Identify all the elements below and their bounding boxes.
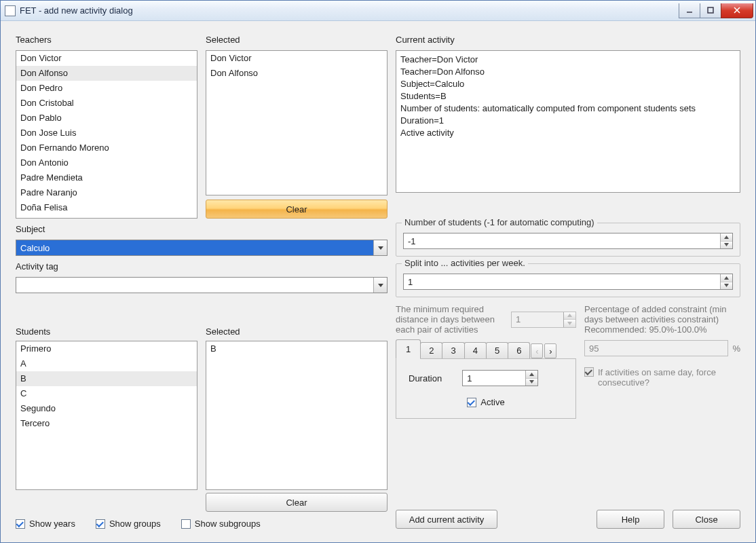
list-item[interactable]: Don Fernando Moreno <box>16 141 197 155</box>
students-area: Students Selected PrimeroABCSegundoTerce… <box>16 325 388 529</box>
split-value: 1 <box>404 277 720 287</box>
svg-marker-6 <box>724 236 729 239</box>
close-button[interactable]: Close <box>673 510 740 529</box>
list-item[interactable]: Don Victor <box>206 51 387 66</box>
svg-marker-4 <box>378 246 383 250</box>
maximize-button[interactable] <box>700 3 721 18</box>
app-icon <box>5 5 16 16</box>
teachers-list[interactable]: Don VictorDon AlfonsoDon PedroDon Cristo… <box>16 50 197 219</box>
svg-marker-9 <box>724 284 729 287</box>
tab-5[interactable]: 5 <box>486 342 508 358</box>
show-years-label: Show years <box>29 519 75 529</box>
help-button[interactable]: Help <box>597 510 664 529</box>
tab-nav-right[interactable]: › <box>544 343 556 358</box>
list-item[interactable]: Don Alfonso <box>16 66 197 81</box>
show-years-checkbox[interactable]: Show years <box>16 519 75 529</box>
tab-6[interactable]: 6 <box>508 342 530 358</box>
list-item[interactable]: Don Jose Luis <box>16 126 197 141</box>
show-groups-checkbox[interactable]: Show groups <box>96 519 161 529</box>
list-item[interactable]: Don Cristobal <box>16 96 197 111</box>
force-consecutive-checkbox: If activities on same day, force consecu… <box>584 367 740 388</box>
clear-teachers-button[interactable]: Clear <box>206 200 388 219</box>
minimize-icon <box>685 6 694 14</box>
list-item[interactable]: Don Victor <box>16 51 197 66</box>
right-column: Number of students (-1 for automatic com… <box>396 223 740 529</box>
list-item[interactable]: B <box>206 341 387 356</box>
chevron-down-icon <box>373 240 387 255</box>
show-groups-label: Show groups <box>109 519 161 529</box>
students-label: Students <box>16 325 197 338</box>
activity-tag-combo[interactable] <box>16 277 388 293</box>
subject-value: Calculo <box>20 243 50 253</box>
list-item[interactable]: Segundo <box>16 401 197 416</box>
duration-spinner[interactable]: 1 <box>462 370 538 386</box>
list-item[interactable]: A <box>16 356 197 371</box>
duration-value: 1 <box>463 373 525 383</box>
teachers-label: Teachers <box>16 33 197 46</box>
list-item[interactable]: Tercero <box>16 416 197 431</box>
tab-4[interactable]: 4 <box>464 342 487 358</box>
close-label: Close <box>695 514 717 525</box>
number-of-students-fieldset: Number of students (-1 for automatic com… <box>396 223 740 257</box>
percentage-value: 95 <box>585 343 727 354</box>
svg-marker-10 <box>567 314 572 317</box>
tab-3[interactable]: 3 <box>442 342 464 358</box>
add-current-activity-button[interactable]: Add current activity <box>396 510 497 529</box>
students-list[interactable]: PrimeroABCSegundoTercero <box>16 341 197 490</box>
list-item[interactable]: Primero <box>16 341 197 356</box>
tab-1[interactable]: 1 <box>396 339 421 359</box>
split-fieldset: Split into ... activities per week. 1 <box>396 263 740 297</box>
activity-tag-label: Activity tag <box>16 260 388 273</box>
split-legend: Split into ... activities per week. <box>402 258 528 268</box>
checkbox-box <box>16 519 25 529</box>
list-item[interactable]: Padre Naranjo <box>16 185 197 200</box>
svg-marker-11 <box>567 322 572 325</box>
percentage-input: 95 <box>584 340 728 356</box>
percentage-label: Percentage of added constraint (min days… <box>584 304 740 335</box>
selected-students-list[interactable]: B <box>206 341 388 490</box>
titlebar: FET - add new activity dialog <box>1 1 755 21</box>
window-title: FET - add new activity dialog <box>20 5 133 16</box>
number-of-students-spinner[interactable]: -1 <box>403 233 733 249</box>
list-item[interactable]: Don Alfonso <box>206 66 387 81</box>
clear-teachers-label: Clear <box>286 204 307 214</box>
selected-students-label: Selected <box>206 325 388 338</box>
help-label: Help <box>622 514 640 525</box>
show-subgroups-label: Show subgroups <box>195 519 261 529</box>
svg-rect-1 <box>708 7 713 13</box>
close-icon <box>733 6 741 14</box>
spinner-controls[interactable] <box>720 233 732 248</box>
list-item[interactable]: B <box>16 371 197 386</box>
add-label: Add current activity <box>409 514 485 525</box>
list-item[interactable]: Doña Felisa <box>16 200 197 215</box>
spinner-controls[interactable] <box>525 371 537 386</box>
tab-2[interactable]: 2 <box>420 342 442 358</box>
clear-students-button[interactable]: Clear <box>206 493 388 512</box>
chevron-down-icon <box>373 278 387 293</box>
active-checkbox[interactable]: Active <box>467 397 504 407</box>
subject-combo[interactable]: Calculo <box>16 240 388 256</box>
checkbox-box <box>181 519 191 529</box>
split-spinner[interactable]: 1 <box>403 274 733 290</box>
action-row: Add current activity Help Close <box>396 510 740 529</box>
checkbox-box <box>584 367 594 377</box>
current-activity-label: Current activity <box>396 33 740 46</box>
list-item[interactable]: Padre Mendieta <box>16 170 197 185</box>
list-item[interactable]: C <box>16 386 197 401</box>
show-subgroups-checkbox[interactable]: Show subgroups <box>181 519 261 529</box>
number-of-students-legend: Number of students (-1 for automatic com… <box>402 217 597 227</box>
svg-marker-8 <box>724 276 729 280</box>
list-item[interactable]: Don Pedro <box>16 81 197 96</box>
selected-teachers-label: Selected <box>206 33 388 46</box>
minimize-button[interactable] <box>679 3 700 18</box>
window-controls <box>679 3 755 18</box>
selected-teachers-list[interactable]: Don VictorDon Alfonso <box>206 50 388 195</box>
tab-nav-left[interactable]: ‹ <box>531 343 543 358</box>
close-window-button[interactable] <box>721 3 753 18</box>
maximize-icon <box>706 6 715 14</box>
checkbox-box <box>467 398 476 407</box>
list-item[interactable]: Don Pablo <box>16 111 197 126</box>
spinner-controls[interactable] <box>720 274 732 289</box>
min-distance-value: 1 <box>512 314 563 324</box>
list-item[interactable]: Don Antonio <box>16 155 197 170</box>
